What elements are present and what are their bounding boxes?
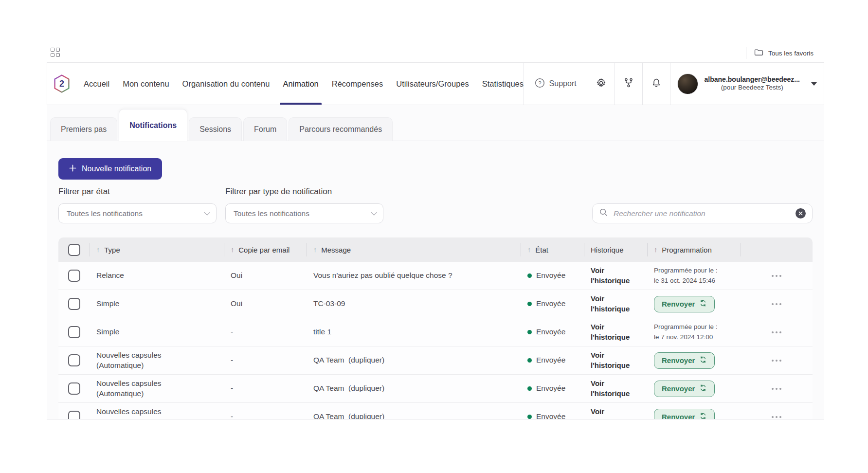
user-context: (pour Beedeez Tests) bbox=[721, 84, 783, 92]
user-menu[interactable]: albane.boulanger@beedeez... (pour Beedee… bbox=[670, 63, 824, 105]
cell-copy: Oui bbox=[224, 299, 307, 309]
cell-state: Envoyée bbox=[521, 271, 584, 280]
apps-grid-icon[interactable] bbox=[51, 48, 60, 57]
status-label: Envoyée bbox=[536, 383, 565, 393]
history-link[interactable]: Voir l'historique bbox=[591, 266, 630, 284]
row-actions-menu[interactable] bbox=[741, 403, 813, 419]
cell-state: Envoyée bbox=[521, 383, 584, 393]
status-dot-icon bbox=[527, 358, 532, 363]
row-checkbox[interactable] bbox=[68, 298, 80, 310]
status-dot-icon bbox=[527, 386, 532, 391]
row-actions-menu[interactable] bbox=[741, 318, 813, 346]
select-all-checkbox[interactable] bbox=[68, 244, 80, 256]
status-label: Envoyée bbox=[536, 327, 565, 337]
table-row: Simple Oui TC-03-09 Envoyée Voir l'histo… bbox=[58, 290, 813, 318]
cell-copy: - bbox=[224, 355, 307, 365]
row-actions-menu[interactable] bbox=[741, 290, 813, 318]
resend-button[interactable]: Renvoyer bbox=[654, 352, 715, 369]
cell-type: Simple bbox=[90, 327, 224, 337]
new-notification-button[interactable]: Nouvelle notification bbox=[58, 158, 162, 180]
cell-state: Envoyée bbox=[521, 327, 584, 337]
chevron-down-icon bbox=[371, 209, 377, 216]
row-actions-menu[interactable] bbox=[741, 375, 813, 402]
status-dot-icon bbox=[527, 330, 532, 334]
table-row: Simple - title 1 Envoyée Voir l'historiq… bbox=[58, 318, 813, 346]
cell-copy: - bbox=[224, 383, 307, 393]
row-checkbox[interactable] bbox=[68, 382, 80, 395]
filter-type-select[interactable]: Toutes les notifications bbox=[225, 203, 383, 223]
status-label: Envoyée bbox=[536, 299, 565, 309]
column-header-message[interactable]: ↑ Message bbox=[307, 237, 521, 262]
cell-type: Relance bbox=[90, 271, 224, 280]
row-checkbox[interactable] bbox=[68, 354, 80, 366]
filter-state-select[interactable]: Toutes les notifications bbox=[58, 203, 217, 223]
cell-copy: - bbox=[224, 327, 307, 337]
nav-item-recompenses[interactable]: Récompenses bbox=[332, 63, 383, 105]
sync-icon bbox=[699, 299, 707, 309]
column-header-type[interactable]: ↑ Type bbox=[90, 237, 224, 262]
cell-programmation: Programmée pour le :le 31 oct. 2024 15:4… bbox=[647, 266, 741, 286]
resend-button[interactable]: Renvoyer bbox=[654, 296, 715, 312]
nav-item-utilisateurs-groupes[interactable]: Utilisateurs/Groupes bbox=[396, 63, 469, 105]
search-icon bbox=[599, 208, 608, 219]
svg-text:2: 2 bbox=[59, 79, 64, 89]
notifications-table: ↑ Type ↑ Copie par email ↑ Message ↑ Éta… bbox=[58, 237, 813, 419]
resend-button[interactable]: Renvoyer bbox=[654, 409, 715, 420]
tab-notifications[interactable]: Notifications bbox=[119, 109, 187, 141]
filter-type-label: Filtrer par type de notification bbox=[225, 187, 332, 197]
cell-state: Envoyée bbox=[521, 299, 584, 309]
notifications-bell-button[interactable] bbox=[642, 63, 670, 105]
tab-parcours-recommandes[interactable]: Parcours recommandés bbox=[289, 117, 393, 141]
nav-item-mon-contenu[interactable]: Mon contenu bbox=[123, 63, 169, 105]
cell-message: TC-03-09 bbox=[307, 299, 521, 309]
cell-message: QA Team (dupliquer) bbox=[307, 383, 521, 393]
cell-message: Vous n'auriez pas oublié quelque chose ? bbox=[307, 271, 521, 280]
nav-item-organisation-du-contenu[interactable]: Organisation du contenu bbox=[182, 63, 270, 105]
sort-arrow-icon: ↑ bbox=[96, 246, 100, 254]
beedeez-logo-icon[interactable]: 2 bbox=[53, 74, 71, 93]
question-circle-icon: ? bbox=[535, 78, 545, 90]
settings-button[interactable] bbox=[587, 63, 615, 105]
nav-item-accueil[interactable]: Accueil bbox=[84, 63, 109, 105]
cell-message: QA Team (dupliquer) bbox=[307, 412, 521, 419]
cell-type: Nouvelles capsules(Automatique) bbox=[90, 407, 224, 419]
chevron-down-icon bbox=[204, 209, 210, 216]
history-link[interactable]: Voir l'historique bbox=[591, 407, 630, 419]
history-link[interactable]: Voir l'historique bbox=[591, 351, 630, 369]
status-dot-icon bbox=[527, 302, 532, 306]
sync-icon bbox=[699, 412, 707, 419]
resend-button[interactable]: Renvoyer bbox=[654, 381, 715, 397]
nav-item-statistiques[interactable]: Statistiques bbox=[482, 63, 524, 105]
favorites-shortcut[interactable]: Tous les favoris bbox=[746, 47, 814, 59]
row-checkbox[interactable] bbox=[68, 326, 80, 338]
nav-item-animation[interactable]: Animation bbox=[283, 63, 318, 105]
hierarchy-button[interactable] bbox=[615, 63, 642, 105]
bell-icon bbox=[651, 77, 662, 90]
filter-type-value: Toutes les notifications bbox=[234, 209, 309, 218]
row-actions-menu[interactable] bbox=[741, 262, 813, 290]
status-dot-icon bbox=[527, 273, 532, 278]
row-actions-menu[interactable] bbox=[741, 346, 813, 374]
cell-state: Envoyée bbox=[521, 355, 584, 365]
table-row: Relance Oui Vous n'auriez pas oublié que… bbox=[58, 262, 813, 290]
column-header-etat[interactable]: ↑ État bbox=[521, 237, 584, 262]
clear-search-button[interactable] bbox=[796, 208, 806, 218]
history-link[interactable]: Voir l'historique bbox=[591, 379, 630, 397]
row-checkbox[interactable] bbox=[68, 411, 80, 419]
history-link[interactable]: Voir l'historique bbox=[591, 294, 630, 312]
status-label: Envoyée bbox=[536, 412, 565, 419]
row-checkbox[interactable] bbox=[68, 270, 80, 282]
tab-sessions[interactable]: Sessions bbox=[189, 117, 242, 141]
search-input[interactable] bbox=[614, 209, 790, 218]
tab-forum[interactable]: Forum bbox=[243, 117, 287, 141]
column-header-programmation[interactable]: ↑ Programmation bbox=[647, 237, 741, 262]
support-button[interactable]: ? Support bbox=[524, 63, 587, 105]
column-header-copie-par-email[interactable]: ↑ Copie par email bbox=[224, 237, 307, 262]
cell-copy: Oui bbox=[224, 271, 307, 280]
history-link[interactable]: Voir l'historique bbox=[591, 323, 630, 341]
support-label: Support bbox=[549, 79, 577, 88]
user-email: albane.boulanger@beedeez... bbox=[705, 75, 800, 84]
cell-copy: - bbox=[224, 412, 307, 419]
tab-premiers-pas[interactable]: Premiers pas bbox=[50, 117, 117, 141]
table-row: Nouvelles capsules(Automatique) - QA Tea… bbox=[58, 403, 813, 419]
